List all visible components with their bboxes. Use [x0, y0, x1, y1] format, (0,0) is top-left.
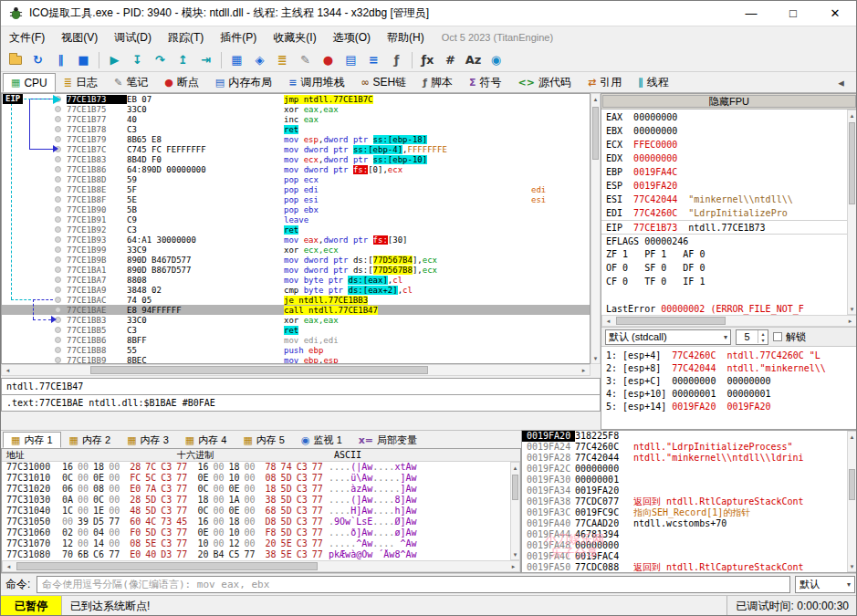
menu-item[interactable]: 视图(V) — [53, 26, 106, 49]
stack-vscrollbar[interactable]: ▴ ▾ — [847, 431, 857, 572]
scroll-up-icon[interactable]: ▴ — [848, 110, 856, 120]
unlock-checkbox[interactable]: 解锁 — [773, 330, 806, 344]
scroll-left-icon[interactable]: ◂ — [2, 365, 14, 375]
bottom-tab-5[interactable]: ◉监视 1 — [293, 432, 350, 448]
scroll-up-icon[interactable]: ▴ — [848, 432, 856, 442]
checkbox-icon[interactable] — [773, 332, 782, 341]
hash-button[interactable]: # — [439, 50, 462, 70]
register-row[interactable]: EBX 00000000 — [601, 124, 847, 138]
disasm-row[interactable]: 77CE1B7533C0xor eax,eax — [2, 104, 590, 114]
dump-row[interactable]: 77C310300A000C00285DC37718001A00385DC377… — [2, 495, 520, 506]
tab-notes[interactable]: ✎笔记 — [106, 73, 156, 92]
disasm-row[interactable]: 77CE1BB98BECmov ebp,esp — [2, 355, 590, 364]
breakpoint-dot[interactable] — [55, 236, 61, 243]
breakpoint-dot[interactable] — [55, 256, 61, 263]
dump-row[interactable]: 77C310500039D577604C734516001800D85DC377… — [2, 517, 520, 527]
disasm-row[interactable]: 77CE1BB68BFFmov edi,edi — [2, 335, 590, 345]
step-over-button[interactable]: ↷ — [149, 50, 172, 70]
bottom-tab-6[interactable]: x=局部变量 — [350, 432, 425, 448]
tab-script[interactable]: ƒ脚本 — [414, 73, 461, 92]
breakpoint-dot[interactable] — [55, 297, 61, 303]
breakpoint-dot[interactable] — [55, 246, 61, 253]
tab-breakpoints[interactable]: ●断点 — [156, 73, 207, 92]
register-row[interactable]: ESI 77C42044 "minkernel\\ntdll\\ — [601, 193, 847, 206]
disasm-row[interactable]: 77CE1B838B4D F0mov ecx,dword ptr ss:[ebp… — [2, 154, 590, 164]
dump-row[interactable]: 77C310100C000E00FC5CC3770E001000085DC377… — [2, 473, 520, 484]
dump-row[interactable]: 77C3106002000400F05DC3770E001000F85DC377… — [2, 527, 520, 538]
breakpoint-dot[interactable] — [55, 337, 61, 343]
register-row[interactable]: ESP 0019FA20 — [601, 179, 847, 193]
register-row[interactable]: LastError 00000002 (ERROR_FILE_NOT_F — [601, 302, 847, 315]
disasm-row[interactable]: 77CE1B92C3ret — [2, 224, 590, 235]
tab-references[interactable]: ⇄引用 — [580, 73, 630, 92]
bottom-tab-3[interactable]: ▦内存 4 — [177, 432, 235, 448]
bottom-tab-1[interactable]: ▦内存 2 — [61, 432, 120, 448]
menu-item[interactable]: 插件(P) — [212, 26, 265, 49]
bottom-tab-2[interactable]: ▦内存 3 — [119, 432, 177, 448]
registers-hscrollbar[interactable]: ◂ ▸ — [601, 315, 857, 327]
tab-cpu[interactable]: ▦CPU — [3, 73, 56, 92]
disasm-row[interactable]: 77CE1BA1890D B867D577mov dword ptr ds:[7… — [2, 265, 590, 275]
step-out-button[interactable]: ↥ — [172, 50, 194, 70]
register-row[interactable]: CF 0 TF 0 IF 1 — [601, 275, 847, 288]
register-row[interactable]: ZF 1 PF 1 AF 0 — [601, 247, 847, 261]
stack-row[interactable]: 0019FA340019FA20 — [522, 485, 857, 496]
scroll-up-icon[interactable]: ▴ — [591, 94, 600, 104]
tab-memory-map[interactable]: ▤内存布局 — [207, 73, 280, 92]
minimize-button[interactable]: — — [730, 1, 772, 26]
scroll-down-icon[interactable]: ▾ — [511, 549, 519, 559]
breakpoint-dot[interactable] — [55, 146, 61, 152]
run-button[interactable]: ▶ — [103, 50, 126, 70]
disasm-row[interactable]: 77CE1B9933C9xor ecx,ecx — [2, 245, 590, 255]
disasm-row[interactable]: 77CE1BA78808mov byte ptr ds:[eax],cl — [2, 275, 590, 285]
run-to-cursor-button[interactable]: ⇥ — [194, 50, 217, 70]
scroll-left-icon[interactable]: ◂ — [3, 561, 15, 571]
scroll-right-icon[interactable]: ▸ — [578, 365, 590, 375]
argument-row[interactable]: 4: [esp+10] 00000001 00000001 — [606, 388, 857, 401]
scrollbar-thumb[interactable] — [616, 317, 726, 325]
step-into-button[interactable]: ↧ — [126, 50, 149, 70]
breakpoint-dot[interactable] — [55, 277, 61, 283]
scrollbar-thumb[interactable] — [90, 366, 428, 374]
scroll-down-icon[interactable]: ▾ — [591, 353, 600, 363]
dump-row[interactable]: 77C31080706BC677E040D37720B4C577385EC377… — [2, 549, 520, 560]
dump-row[interactable]: 77C310401C001E00485DC3770C000E00685DC377… — [2, 506, 520, 517]
stepper-arrows[interactable]: ▴▾ — [758, 330, 768, 343]
disasm-row[interactable]: 77CE1B78C3ret — [2, 124, 590, 134]
breakpoint-dot[interactable] — [55, 136, 61, 142]
tab-seh[interactable]: ∞SEH链 — [352, 73, 414, 92]
menu-item[interactable]: 选项(O) — [325, 26, 379, 49]
stack-row[interactable]: 0019FA2C00000000 — [522, 464, 857, 475]
disasm-row[interactable]: 77CE1B9B890D B467D577mov dword ptr ds:[7… — [2, 255, 590, 265]
menu-item[interactable]: 跟踪(T) — [160, 26, 212, 49]
restart-button[interactable]: ↻ — [26, 50, 49, 70]
argument-row[interactable]: 5: [esp+14] 0019FA20 0019FA20 — [606, 401, 857, 413]
register-row[interactable]: EDX 00000000 — [601, 151, 847, 165]
argument-count-stepper[interactable]: 5 ▴▾ — [736, 329, 768, 345]
breakpoint-dot[interactable] — [55, 156, 61, 162]
scroll-down-icon[interactable]: ▾ — [848, 304, 856, 314]
stack-row[interactable]: 0019FA2477C4260Cntdll."LdrpInitializePro… — [522, 442, 857, 453]
graph-button[interactable]: ◈ — [248, 50, 271, 70]
breakpoint-dot[interactable] — [55, 317, 61, 323]
tab-log[interactable]: ≣日志 — [56, 73, 106, 92]
breakpoint-dot[interactable] — [55, 216, 61, 223]
pause-button[interactable]: ‖ — [49, 50, 72, 70]
disasm-row[interactable]: 77CE1BB333C0xor eax,eax — [2, 315, 590, 325]
close-button[interactable]: ✕ — [814, 1, 856, 26]
argument-row[interactable]: 2: [esp+8] 77C42044 ntdll."minkernel\\ — [606, 362, 857, 375]
hide-fpu-button[interactable]: 隐藏FPU — [602, 95, 856, 108]
disasm-row[interactable]: 77CE1B8E5Fpop ediedi — [2, 184, 590, 194]
breakpoint-dot[interactable] — [55, 106, 61, 112]
disasm-row[interactable]: 77CE1BB855push ebp — [2, 345, 590, 355]
breakpoint-dot[interactable] — [55, 116, 61, 122]
scroll-right-icon[interactable]: ▸ — [507, 561, 519, 571]
register-row[interactable]: EDI 77C4260C "LdrpInitializePro — [601, 206, 847, 220]
tab-call-stack[interactable]: ≡调用堆栈 — [280, 73, 352, 92]
menu-item[interactable]: 调试(D) — [106, 26, 160, 49]
disasm-row[interactable]: 77CE1BAEE8 94FFFFFFcall ntdll.77CE1B47 — [2, 305, 590, 315]
stack-row[interactable]: 0019FA2877C42044ntdll."minkernel\\ntdll\… — [522, 453, 857, 464]
disasm-row[interactable]: 77CE1BA93848 02cmp byte ptr ds:[eax+2],c… — [2, 285, 590, 295]
dump-row[interactable]: 77C3100016001800287CC377160018007874C377… — [2, 462, 520, 473]
disasm-row[interactable]: 77CE1BAC74 05je ntdll.77CE1BB3 — [2, 295, 590, 305]
